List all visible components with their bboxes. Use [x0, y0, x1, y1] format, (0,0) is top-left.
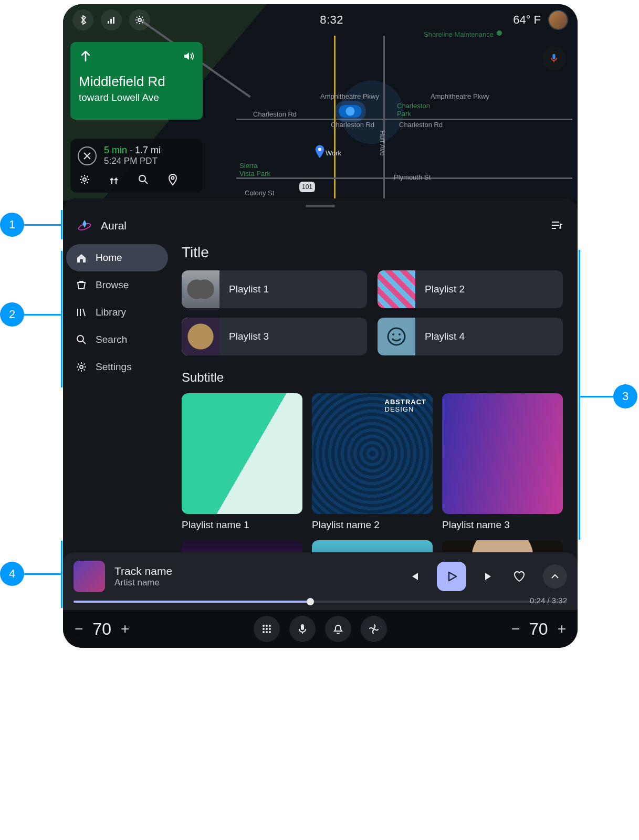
expand-player-button[interactable] — [543, 564, 567, 589]
nav-search-icon[interactable] — [138, 174, 149, 185]
annotation-leader — [580, 396, 613, 397]
rail-item-library[interactable]: Library — [66, 299, 168, 326]
assistant-mic-button[interactable] — [289, 616, 316, 642]
progress-fill — [74, 601, 310, 603]
hvac-fan-button[interactable] — [361, 616, 387, 642]
nav-rail: Home Browse Library Search Settings — [63, 241, 172, 582]
svg-point-10 — [559, 227, 561, 229]
playlist-label: Playlist name 3 — [442, 519, 563, 531]
playlist-label: Playlist name 1 — [182, 519, 302, 531]
map-poi-park: Charleston Park — [397, 102, 430, 118]
annotation-bracket — [61, 251, 62, 387]
poi-dot-icon — [496, 29, 503, 37]
rail-item-search[interactable]: Search — [66, 326, 168, 353]
app-name: Aural — [101, 219, 127, 232]
playlist-art — [182, 318, 219, 355]
climate-right: − 70 + — [511, 620, 566, 639]
playlist-tile[interactable]: Playlist 3 — [182, 318, 367, 355]
voice-button[interactable] — [542, 46, 566, 70]
signal-icon[interactable] — [101, 9, 122, 30]
svg-point-0 — [497, 30, 502, 36]
map-road-colony: Colony St — [245, 189, 274, 197]
map-road-charleston3: Charleston Rd — [399, 121, 443, 129]
avatar[interactable] — [548, 10, 568, 30]
svg-point-12 — [80, 365, 83, 369]
brightness-icon[interactable] — [129, 9, 150, 30]
playlist-tile[interactable]: Playlist 4 — [378, 318, 563, 355]
status-clock: 8:32 — [320, 13, 343, 27]
playlist-card[interactable]: Playlist name 1 — [182, 393, 302, 531]
map-area[interactable]: Shoreline Maintenance Amphitheatre Pkwy … — [63, 4, 578, 201]
playlist-art — [378, 318, 415, 355]
eta-arrival: 5:24 PM PDT — [104, 156, 161, 166]
rail-item-browse[interactable]: Browse — [66, 271, 168, 299]
svg-point-20 — [266, 628, 268, 630]
nav-routes-icon[interactable] — [108, 174, 120, 185]
map-location-puck — [339, 105, 362, 118]
svg-point-24 — [269, 631, 271, 633]
rail-label: Library — [96, 307, 126, 318]
playlist-tile[interactable]: Playlist 1 — [182, 270, 367, 308]
playlist-label: Playlist 4 — [425, 331, 465, 342]
next-button[interactable] — [483, 570, 496, 583]
notifications-button[interactable] — [325, 616, 351, 642]
svg-point-14 — [392, 333, 394, 335]
rail-item-settings[interactable]: Settings — [66, 353, 168, 381]
track-name: Track name — [114, 565, 172, 578]
status-temperature: 64° F — [513, 13, 541, 27]
queue-button[interactable] — [550, 219, 564, 233]
playlist-card[interactable]: ABSTRACTDESIGNPlaylist name 2 — [312, 393, 433, 531]
svg-point-23 — [266, 631, 268, 633]
climate-left: − 70 + — [75, 620, 129, 639]
svg-point-13 — [388, 328, 405, 345]
map-road-amp2: Amphitheatre Pkwy — [431, 92, 489, 100]
app-logo-icon — [77, 218, 92, 234]
temp-increase-button[interactable]: + — [121, 621, 129, 637]
temp-decrease-button[interactable]: − — [511, 621, 520, 637]
arrow-up-icon — [79, 49, 92, 63]
play-button[interactable] — [437, 562, 466, 591]
volume-icon[interactable] — [183, 50, 194, 62]
playlist-art — [442, 393, 563, 514]
close-navigation-button[interactable] — [78, 146, 97, 165]
temp-decrease-button[interactable]: − — [75, 621, 83, 637]
favorite-button[interactable] — [512, 570, 526, 583]
rail-item-home[interactable]: Home — [66, 244, 168, 271]
playlist-tile[interactable]: Playlist 2 — [378, 270, 563, 308]
gear-icon — [76, 361, 87, 373]
app-grid-button[interactable] — [254, 616, 280, 642]
progress-bar[interactable] — [74, 601, 567, 603]
annotation-leader — [24, 314, 62, 316]
playlist-card[interactable]: Playlist name 3 — [442, 393, 563, 531]
map-road-charleston2: Charleston Rd — [331, 121, 374, 129]
now-playing-art[interactable] — [74, 561, 105, 592]
map-poi-vista: Sierra Vista Park — [239, 162, 270, 177]
annotation-bracket — [61, 210, 62, 239]
progress-knob[interactable] — [307, 598, 314, 605]
map-road-huff: Huff Ave — [379, 130, 386, 156]
browse-icon — [76, 279, 87, 291]
map-pin-work-label: Work — [326, 149, 341, 157]
svg-rect-2 — [108, 21, 109, 24]
svg-rect-4 — [113, 17, 114, 24]
playlist-art — [182, 270, 219, 308]
svg-point-17 — [266, 625, 268, 627]
navigation-card[interactable]: Middlefield Rd toward Lowell Ave — [70, 42, 203, 120]
svg-point-22 — [263, 631, 265, 633]
map-road-amp1: Amphitheatre Pkwy — [320, 92, 379, 100]
search-icon — [76, 334, 87, 345]
map-road-plymouth: Plymouth St — [394, 173, 431, 181]
annotation-2: 2 — [0, 302, 24, 327]
map-road-charleston1: Charleston Rd — [253, 110, 297, 118]
nav-places-icon[interactable] — [167, 174, 179, 185]
nav-settings-icon[interactable] — [79, 174, 90, 185]
playlist-art — [378, 270, 415, 308]
climate-left-value: 70 — [92, 620, 111, 639]
svg-rect-25 — [301, 624, 304, 630]
temp-increase-button[interactable]: + — [558, 621, 566, 637]
bluetooth-icon[interactable] — [72, 9, 93, 30]
system-bar: − 70 + − 70 + — [63, 610, 578, 648]
playlist-art — [182, 393, 302, 514]
library-icon — [76, 307, 87, 318]
previous-button[interactable] — [407, 570, 420, 583]
